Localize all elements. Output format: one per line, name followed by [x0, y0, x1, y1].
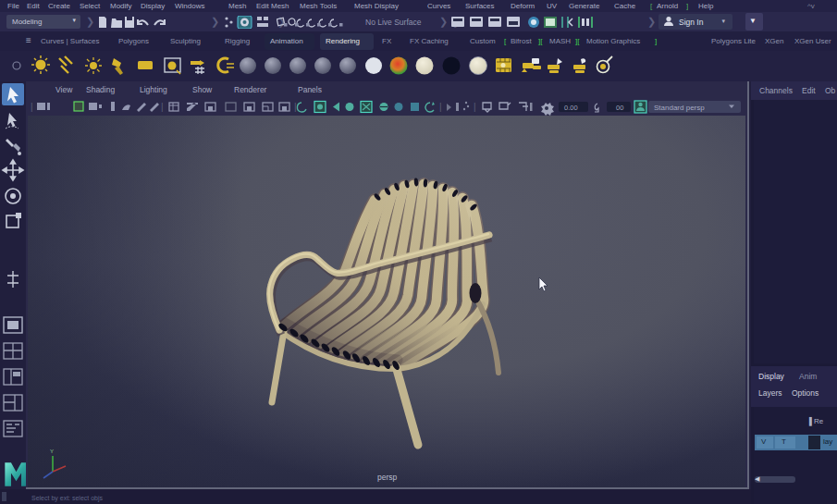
svg-text:0.00: 0.00	[564, 104, 578, 112]
svg-text:00: 00	[616, 104, 623, 112]
svg-text:Standard persp: Standard persp	[654, 104, 705, 112]
svg-text:|: |	[31, 102, 33, 112]
svg-text:|: |	[294, 102, 297, 112]
svg-text:|: |	[439, 102, 442, 112]
svg-text:|: |	[161, 102, 164, 112]
svg-text:persp: persp	[377, 473, 398, 482]
svg-text:|: |	[474, 102, 476, 112]
svg-text:Y: Y	[50, 449, 54, 454]
